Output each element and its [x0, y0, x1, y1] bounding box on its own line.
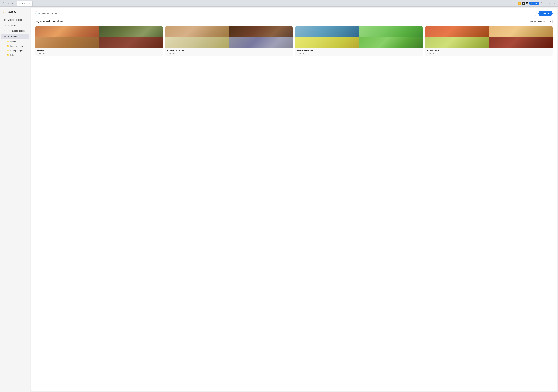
browser-actions: ↗ ✕ M ✕ Recipes ⊞ − □ ×	[518, 1, 556, 5]
main-content: 🔍 Search My Favourite Recipes Sort by Mo…	[31, 8, 557, 391]
ext-recipes-btn[interactable]: ✕ Recipes	[529, 2, 540, 5]
italian-photo-4	[489, 37, 553, 48]
app-container: ✕ Recipes ◉ Explore Recipes ○ Find Onlin…	[0, 7, 558, 392]
less1-photo-4	[229, 37, 293, 48]
less1-photo-3	[166, 37, 229, 48]
sidebar-logo: ✕ Recipes	[0, 9, 30, 17]
recipe-grid: Pastas 5 Recipes Less than 1 hour 5 Reci…	[35, 26, 553, 56]
healthy-recipes-name: Healthy Recipes	[297, 50, 421, 52]
pastas-photo-3	[35, 37, 99, 48]
healthy-photo-3	[295, 37, 359, 48]
italian-food-name: Italian Food	[427, 50, 551, 52]
folder-icon-healthy-recipes: 📁	[7, 50, 9, 51]
home-btn[interactable]: ⌂	[6, 1, 10, 5]
sidebar-item-find-online-label: Find Online	[8, 24, 18, 26]
healthy-photo-4	[359, 37, 423, 48]
close-window-btn[interactable]: ×	[553, 1, 556, 5]
healthy-photo-2	[359, 26, 423, 37]
new-tab-btn[interactable]: +	[33, 1, 37, 5]
sidebar-item-explore[interactable]: ◉ Explore Recipes	[1, 17, 29, 23]
section-header: My Favourite Recipes Sort by Most popula…	[35, 20, 553, 23]
sidebar-sub-item-pastas[interactable]: 📁 Pastas	[2, 39, 29, 44]
sidebar-item-my-folders-label: My Folders	[8, 35, 17, 38]
sidebar-item-my-folders[interactable]: ⊞ My Folders	[1, 34, 29, 39]
ext-icon-x[interactable]: ✕	[522, 2, 525, 5]
folders-icon: ⊞	[4, 35, 7, 38]
sidebar-item-my-favorites-label: My Favorite Recipes	[8, 30, 25, 32]
tab-close-btn[interactable]: ×	[29, 2, 31, 4]
logo-text: Recipes	[7, 10, 16, 13]
healthy-recipes-info: Healthy Recipes 5 Recipes	[295, 48, 423, 56]
ext-icon-gmail[interactable]: M	[525, 2, 529, 5]
sidebar-sub-item-healthy-recipes-label: Healthy Recipes	[10, 50, 23, 51]
sidebar-item-explore-label: Explore Recipes	[8, 19, 22, 21]
sort-wrapper: Sort by Most popular Newest Oldest Alpha…	[530, 20, 553, 23]
healthy-collage	[295, 26, 423, 48]
less-than-hour-name: Less than 1 hour	[167, 50, 291, 52]
italian-collage	[425, 26, 553, 48]
recipe-card-italian-food[interactable]: Italian Food 5 Recipes	[425, 26, 553, 56]
less-than-hour-info: Less than 1 hour 5 Recipes	[166, 48, 293, 56]
pastas-photo-4	[99, 37, 163, 48]
sort-select[interactable]: Most popular Newest Oldest Alphabetical	[537, 20, 553, 23]
sidebar-sub-item-italian-food-label: Italian Food	[10, 54, 19, 56]
pastas-photo-2	[99, 26, 163, 37]
explore-icon: ◉	[4, 18, 7, 21]
back-btn[interactable]: ←	[11, 1, 15, 5]
tab-bar: 📄 New Tab × +	[17, 1, 517, 6]
sidebar-nav: ◉ Explore Recipes ○ Find Online ♡ My Fav…	[0, 17, 30, 39]
tab-title: New Tab	[22, 2, 28, 4]
folder-icon-italian-food: 📁	[7, 54, 9, 56]
logo-icon: ✕	[3, 10, 5, 14]
less-than-hour-collage	[166, 26, 293, 48]
tab-page-icon: 📄	[19, 2, 21, 4]
sidebar-sub-item-healthy-recipes[interactable]: 📁 Healthy Recipes	[2, 48, 29, 53]
search-icon: ○	[4, 24, 7, 26]
search-input-wrapper: 🔍	[35, 11, 537, 16]
sidebar-toggle-btn[interactable]: ☰	[2, 1, 5, 5]
pastas-name: Pastas	[37, 50, 161, 52]
less1-photo-1	[166, 26, 229, 37]
folder-icon-less-than-hour: 📁	[7, 45, 9, 47]
search-icon: 🔍	[38, 12, 40, 15]
maximize-btn[interactable]: □	[548, 1, 552, 5]
search-button[interactable]: Search	[538, 11, 553, 16]
italian-food-count: 5 Recipes	[427, 52, 551, 54]
sidebar-item-find-online[interactable]: ○ Find Online	[1, 23, 29, 28]
sidebar-sub-item-pastas-label: Pastas	[10, 41, 16, 43]
italian-photo-1	[425, 26, 489, 37]
pastas-photo-1	[35, 26, 99, 37]
heart-icon: ♡	[4, 30, 7, 32]
search-bar: 🔍 Search	[35, 11, 553, 16]
section-title: My Favourite Recipes	[35, 20, 63, 23]
sidebar-sub-item-less-than-hour[interactable]: 📁 Less than 1 hour	[2, 44, 29, 48]
browser-controls: ☰ ⌂ ←	[2, 1, 15, 5]
ext-icon-arrow[interactable]: ↗	[518, 2, 521, 5]
search-input[interactable]	[42, 12, 534, 15]
sidebar-sub-item-less-than-hour-label: Less than 1 hour	[10, 45, 23, 47]
recipe-card-less-than-hour[interactable]: Less than 1 hour 5 Recipes	[166, 26, 293, 56]
tab-new-tab[interactable]: 📄 New Tab ×	[17, 1, 33, 6]
recipe-card-healthy-recipes[interactable]: Healthy Recipes 5 Recipes	[295, 26, 423, 56]
italian-photo-3	[425, 37, 489, 48]
sidebar-sub-item-italian-food[interactable]: 📁 Italian Food	[2, 53, 29, 57]
browser-chrome: ☰ ⌂ ← 📄 New Tab × + ↗ ✕ M ✕ Recipes ⊞ − …	[0, 0, 558, 7]
recipe-card-pastas[interactable]: Pastas 5 Recipes	[35, 26, 163, 56]
sidebar: ✕ Recipes ◉ Explore Recipes ○ Find Onlin…	[0, 7, 30, 392]
sidebar-item-my-favorites[interactable]: ♡ My Favorite Recipes	[1, 28, 29, 34]
sidebar-sub-items: 📁 Pastas 📁 Less than 1 hour 📁 Healthy Re…	[0, 39, 30, 57]
italian-photo-2	[489, 26, 553, 37]
less1-photo-2	[229, 26, 293, 37]
sort-label: Sort by	[530, 21, 536, 23]
ext-grid-btn[interactable]: ⊞	[540, 2, 543, 5]
minimize-btn[interactable]: −	[544, 1, 548, 5]
less-than-hour-count: 5 Recipes	[167, 52, 291, 54]
healthy-photo-1	[295, 26, 359, 37]
pastas-info: Pastas 5 Recipes	[35, 48, 163, 56]
pastas-count: 5 Recipes	[37, 52, 161, 54]
folder-icon-pastas: 📁	[7, 41, 9, 43]
pastas-collage	[35, 26, 163, 48]
healthy-recipes-count: 5 Recipes	[297, 52, 421, 54]
italian-food-info: Italian Food 5 Recipes	[425, 48, 553, 56]
